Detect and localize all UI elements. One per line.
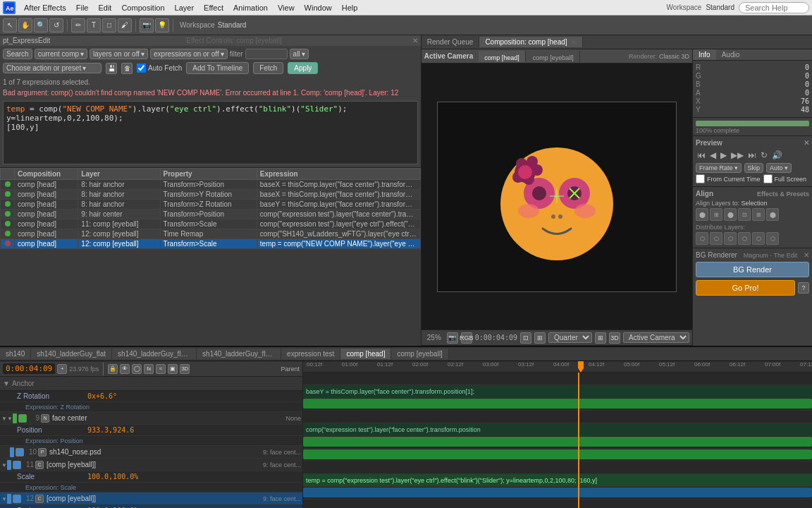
tool-camera[interactable]: 📷 (140, 18, 154, 32)
tl-tab-expr-test[interactable]: expression test (281, 349, 340, 359)
comp-tab-eyeball[interactable]: comp [eyeball] (527, 51, 580, 62)
table-row[interactable]: comp [head] 9: hair center Transform>Pos… (1, 210, 421, 219)
audio-tab[interactable]: Audio (716, 49, 746, 60)
tl-tab-sh140[interactable]: sh140 (0, 349, 31, 359)
align-top-btn[interactable]: ⊡ (738, 208, 751, 221)
from-current-time-label[interactable]: From Current Time (696, 174, 761, 183)
menu-help[interactable]: Help (338, 2, 362, 13)
col-layer[interactable]: Layer (78, 169, 160, 180)
align-right-btn[interactable]: ⬤ (724, 208, 737, 221)
expr-editor-header[interactable]: pt_ExpressEdit Effect Controls: comp [ey… (0, 35, 421, 46)
go-pro-btn[interactable]: Go Pro! (696, 280, 795, 296)
tab-close-icon[interactable]: ✕ (571, 39, 577, 46)
panel-close-icon[interactable]: ✕ (412, 37, 418, 44)
code-editor[interactable]: temp = comp("NEW COMP NAME").layer("eye … (3, 101, 418, 164)
resolution-btn[interactable]: Auto ▾ (766, 163, 792, 173)
menu-window[interactable]: Window (300, 2, 336, 13)
tl-motion-blur-btn[interactable]: ≈ (156, 364, 166, 374)
tl-tab-ladder-head[interactable]: sh140_ladderGuy_flat [head] (112, 349, 197, 359)
bg-renderer-close[interactable]: ✕ (804, 251, 809, 259)
layers-filter-btn[interactable]: layers on or off ▾ (90, 49, 148, 59)
toggle-mask-btn[interactable]: ⊡ (520, 332, 531, 344)
preset-btn[interactable]: Choose action or preset ▾ (3, 63, 102, 73)
all-filter-btn[interactable]: all ▾ (290, 49, 309, 59)
menu-after-effects[interactable]: After Effects (20, 2, 70, 13)
dist-left-btn[interactable]: ⬡ (696, 232, 708, 245)
delete-preset-icon[interactable]: 🗑 (121, 63, 133, 74)
next-frame-btn[interactable]: ⏭ (746, 150, 758, 160)
info-tab[interactable]: Info (693, 49, 716, 60)
full-screen-label[interactable]: Full Screen (763, 174, 807, 183)
search-input[interactable] (739, 2, 809, 13)
eyeball-layer-12[interactable]: ▼ 12 C [comp [eyeball]] 9: face cent... (0, 492, 302, 505)
prev-frame-btn[interactable]: ⏮ (696, 150, 707, 160)
add-timeline-btn[interactable]: Add To Timeline (186, 62, 249, 74)
menu-composition[interactable]: Composition (117, 2, 168, 13)
show-channel-btn[interactable]: RGB (461, 332, 472, 344)
tl-solo-btn[interactable]: ◯ (132, 364, 142, 374)
table-row[interactable]: comp [head] 12: comp [eyeball] Time Rema… (1, 229, 421, 239)
align-center-h-btn[interactable]: ⊞ (710, 208, 722, 221)
step-back-btn[interactable]: ◀ (708, 150, 718, 160)
preview-close[interactable]: ✕ (804, 139, 809, 147)
tool-paint[interactable]: 🖌 (118, 18, 132, 32)
tl-lock-btn[interactable]: 🔒 (108, 364, 118, 374)
nose-layer[interactable]: 10 P sh140_nose.psd 9: face cent... (0, 446, 302, 459)
col-expression[interactable]: Expression (257, 169, 420, 180)
search-btn[interactable]: Search (3, 49, 32, 59)
tool-rotate[interactable]: ↺ (49, 18, 63, 32)
eyeball-layer-11[interactable]: ▼ 11 C [comp [eyeball]] 9: face cent... (0, 459, 302, 471)
auto-fetch-checkbox[interactable] (137, 64, 146, 73)
dist-right-btn[interactable]: ⬡ (724, 232, 737, 245)
view-dropdown[interactable]: Active Camera (623, 332, 689, 343)
audio-btn[interactable]: 🔊 (770, 150, 784, 160)
tl-adjust-btn[interactable]: ▣ (168, 364, 178, 374)
snapshot-btn[interactable]: 📷 (447, 332, 458, 344)
tl-tab-ladder-eyeball[interactable]: sh140_ladderGuy_flat [eyeball] (197, 349, 281, 359)
tool-text[interactable]: T (87, 18, 101, 32)
quality-dropdown[interactable]: Quarter Half Full (548, 332, 592, 343)
frame-rate-btn[interactable]: Frame Rate ▾ (696, 163, 742, 173)
save-preset-icon[interactable]: 💾 (106, 63, 117, 74)
fetch-btn[interactable]: Fetch (253, 62, 283, 74)
tool-hand[interactable]: ✋ (18, 18, 32, 32)
loop-btn[interactable]: ↻ (759, 150, 769, 160)
align-bottom-btn[interactable]: ⬤ (766, 208, 779, 221)
dist-center-h-btn[interactable]: ⬡ (710, 232, 722, 245)
render-quality-btn[interactable]: ⊞ (534, 332, 546, 344)
table-row[interactable]: comp [head] 8: hair anchor Transform>Z R… (1, 200, 421, 210)
table-row[interactable]: comp [head] 11: comp [eyeball] Transform… (1, 219, 421, 229)
comp-filter-btn[interactable]: current comp ▾ (35, 49, 87, 59)
full-screen-cb[interactable] (763, 174, 773, 183)
3d-view-btn[interactable]: 3D (609, 332, 620, 344)
menu-file[interactable]: File (72, 2, 93, 13)
table-row[interactable]: comp [head] 12: comp [eyeball] Transform… (1, 239, 421, 249)
eyeball11-vis[interactable] (13, 461, 21, 469)
col-property[interactable]: Property (160, 169, 257, 180)
tool-zoom[interactable]: 🔍 (34, 18, 48, 32)
grid-btn[interactable]: ⊞ (595, 332, 606, 344)
table-row[interactable]: comp [head] 8: hair anchor Transform>Pos… (1, 180, 421, 190)
workspace-value[interactable]: Standard (706, 4, 734, 11)
tool-pen[interactable]: ✏ (71, 18, 85, 32)
tl-hide-btn[interactable]: 👁 (120, 364, 130, 374)
tl-effects-btn[interactable]: fx (144, 364, 154, 374)
tl-tab-comp-eyeball[interactable]: comp [eyeball] (391, 349, 448, 359)
tab-comp-head[interactable]: Composition: comp [head] ✕ (479, 37, 583, 47)
bg-renderer-info-btn[interactable]: ? (798, 282, 809, 294)
play-btn[interactable]: ▶ (719, 150, 728, 160)
face-center-layer[interactable]: ▼ ▼ 9 N face center None (0, 412, 302, 425)
tl-zoom-in-btn[interactable]: + (57, 364, 67, 374)
tl-timecode[interactable]: 0:00:04:09 (3, 363, 55, 374)
skip-btn[interactable]: Skip (744, 163, 764, 173)
table-row[interactable]: comp [head] 8: hair anchor Transform>Y R… (1, 190, 421, 200)
tl-tab-comp-head[interactable]: comp [head] (340, 349, 391, 359)
dist-center-v-btn[interactable]: ⬡ (752, 232, 765, 245)
apply-btn[interactable]: Apply (288, 62, 318, 74)
bg-render-btn[interactable]: BG Render (696, 262, 809, 277)
menu-layer[interactable]: Layer (171, 2, 199, 13)
filter-input[interactable] (245, 49, 288, 59)
from-current-time-cb[interactable] (696, 174, 705, 183)
auto-fetch-label[interactable]: Auto Fetch (137, 64, 182, 73)
zoom-level[interactable]: 25% (424, 333, 444, 342)
